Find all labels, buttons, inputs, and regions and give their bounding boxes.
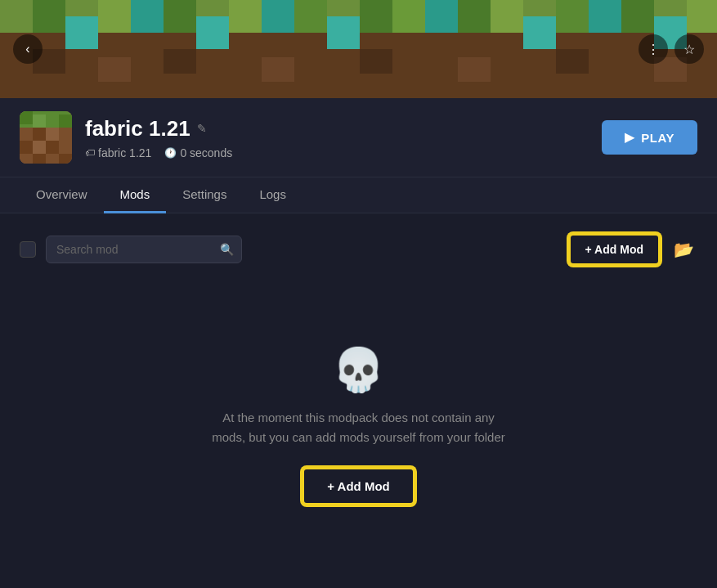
svg-rect-48 bbox=[46, 154, 59, 164]
svg-rect-45 bbox=[59, 141, 72, 154]
svg-rect-47 bbox=[33, 154, 46, 164]
clock-icon: 🕐 bbox=[164, 147, 177, 159]
chevron-left-icon: ‹ bbox=[25, 42, 29, 56]
svg-rect-30 bbox=[556, 49, 589, 74]
add-mod-center-button[interactable]: + Add Mod bbox=[302, 467, 415, 505]
loader-version: fabric 1.21 bbox=[98, 146, 151, 159]
svg-rect-37 bbox=[59, 114, 72, 128]
svg-rect-39 bbox=[33, 128, 46, 141]
more-options-button[interactable]: ⋮ bbox=[639, 34, 668, 64]
tab-logs[interactable]: Logs bbox=[243, 177, 302, 213]
tabs-bar: Overview Mods Settings Logs bbox=[0, 177, 717, 213]
svg-rect-15 bbox=[131, 0, 164, 33]
folder-icon: 📂 bbox=[674, 240, 694, 258]
svg-rect-38 bbox=[20, 128, 33, 141]
svg-rect-49 bbox=[59, 154, 72, 164]
tab-mods[interactable]: Mods bbox=[104, 177, 167, 213]
svg-rect-7 bbox=[360, 0, 392, 33]
svg-rect-46 bbox=[20, 154, 33, 164]
banner: ‹ ⋮ ☆ bbox=[0, 0, 717, 98]
instance-title-row: fabric 1.21 ✎ bbox=[85, 116, 589, 141]
svg-rect-8 bbox=[392, 0, 425, 33]
empty-text-line1: At the moment this modpack does not cont… bbox=[212, 408, 505, 428]
svg-rect-12 bbox=[621, 0, 654, 33]
svg-rect-28 bbox=[360, 49, 392, 74]
svg-rect-5 bbox=[229, 0, 262, 33]
svg-rect-16 bbox=[196, 16, 229, 49]
svg-rect-6 bbox=[294, 0, 327, 33]
svg-rect-4 bbox=[164, 0, 196, 33]
instance-info: fabric 1.21 ✎ 🏷 fabric 1.21 🕐 0 seconds bbox=[85, 116, 589, 159]
svg-rect-18 bbox=[327, 16, 360, 49]
svg-rect-27 bbox=[262, 57, 294, 82]
svg-rect-35 bbox=[33, 114, 46, 128]
instance-meta: 🏷 fabric 1.21 🕐 0 seconds bbox=[85, 146, 589, 159]
svg-rect-34 bbox=[20, 111, 33, 124]
svg-rect-13 bbox=[687, 0, 717, 33]
instance-icon bbox=[20, 111, 72, 164]
empty-state-icon: 💀 bbox=[332, 345, 385, 395]
edit-icon[interactable]: ✎ bbox=[197, 122, 207, 135]
svg-rect-26 bbox=[164, 49, 196, 74]
empty-text-line2: mods, but you can add mods yourself from… bbox=[212, 428, 505, 447]
svg-rect-14 bbox=[65, 16, 98, 49]
svg-rect-40 bbox=[46, 128, 59, 141]
open-folder-button[interactable]: 📂 bbox=[670, 236, 697, 263]
favorite-button[interactable]: ☆ bbox=[674, 34, 704, 64]
play-button[interactable]: ▶ PLAY bbox=[602, 120, 697, 155]
svg-rect-2 bbox=[33, 0, 65, 33]
search-icon: 🔍 bbox=[220, 243, 234, 256]
svg-rect-3 bbox=[98, 0, 131, 33]
svg-rect-10 bbox=[491, 0, 523, 33]
star-icon: ☆ bbox=[683, 42, 695, 57]
svg-rect-41 bbox=[59, 128, 72, 141]
banner-back-button[interactable]: ‹ bbox=[13, 34, 43, 64]
mods-content: 🔍 + Add Mod 📂 💀 At the moment this modpa… bbox=[0, 213, 717, 588]
svg-rect-36 bbox=[46, 111, 59, 124]
mods-toolbar: 🔍 + Add Mod 📂 bbox=[20, 233, 697, 266]
play-label: PLAY bbox=[641, 131, 674, 145]
svg-rect-43 bbox=[33, 141, 46, 154]
tab-settings[interactable]: Settings bbox=[166, 177, 243, 213]
play-icon: ▶ bbox=[625, 130, 635, 145]
svg-rect-42 bbox=[20, 141, 33, 154]
svg-rect-25 bbox=[98, 57, 131, 82]
search-wrapper: 🔍 bbox=[46, 236, 242, 263]
instance-header: fabric 1.21 ✎ 🏷 fabric 1.21 🕐 0 seconds … bbox=[0, 98, 717, 177]
time-meta: 🕐 0 seconds bbox=[164, 146, 232, 159]
svg-rect-21 bbox=[589, 0, 621, 33]
add-mod-top-button[interactable]: + Add Mod bbox=[568, 233, 661, 266]
empty-state: 💀 At the moment this modpack does not co… bbox=[20, 282, 697, 568]
svg-rect-9 bbox=[458, 0, 491, 33]
playtime-value: 0 seconds bbox=[180, 146, 232, 159]
svg-rect-20 bbox=[523, 16, 556, 49]
loader-meta: 🏷 fabric 1.21 bbox=[85, 146, 151, 159]
svg-rect-19 bbox=[425, 0, 458, 33]
tab-overview[interactable]: Overview bbox=[20, 177, 104, 213]
dots-icon: ⋮ bbox=[647, 42, 660, 57]
empty-state-text: At the moment this modpack does not cont… bbox=[212, 408, 505, 447]
svg-rect-29 bbox=[458, 57, 491, 82]
select-all-checkbox[interactable] bbox=[20, 241, 36, 258]
instance-title: fabric 1.21 bbox=[85, 116, 190, 141]
loader-icon: 🏷 bbox=[85, 147, 95, 159]
banner-right-buttons: ⋮ ☆ bbox=[639, 34, 704, 64]
search-input[interactable] bbox=[46, 236, 242, 263]
svg-rect-11 bbox=[556, 0, 589, 33]
svg-rect-44 bbox=[46, 141, 59, 154]
svg-rect-17 bbox=[262, 0, 294, 33]
